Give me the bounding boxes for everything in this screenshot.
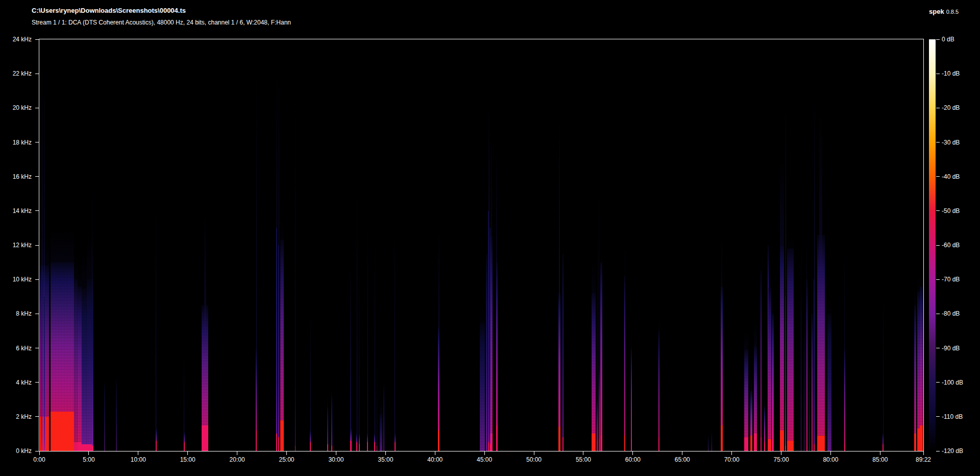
spectral-spike-body xyxy=(787,249,794,451)
spectral-spike-tail xyxy=(310,308,311,451)
spectral-spike-body xyxy=(801,297,801,451)
freq-tick xyxy=(35,279,39,280)
time-tick xyxy=(187,451,188,455)
db-tick-label: -70 dB xyxy=(942,276,960,282)
spectral-spike-body xyxy=(708,437,708,451)
db-tick-label: -100 dB xyxy=(942,379,963,386)
spectral-spike-body xyxy=(814,279,815,451)
spectral-spike-body xyxy=(488,211,489,451)
spectral-spike-base xyxy=(631,439,632,451)
spectral-spike-base xyxy=(883,444,884,451)
spectral-spike-body xyxy=(599,365,600,451)
spectral-spike-base xyxy=(256,431,257,451)
spectral-spike-base xyxy=(750,436,752,451)
spectral-spike-body xyxy=(817,235,825,451)
freq-tick xyxy=(35,74,39,74)
db-tick xyxy=(936,451,940,451)
spectral-spike-base xyxy=(754,434,757,451)
db-tick-label: -20 dB xyxy=(942,105,960,111)
spectral-spike-base xyxy=(914,434,916,451)
spectral-spike-body xyxy=(496,263,498,451)
freq-tick xyxy=(35,142,39,142)
spectral-spike-body xyxy=(761,271,762,451)
spectral-spike-tail xyxy=(883,276,884,451)
freq-tick-label: 8 kHz xyxy=(1,311,32,317)
time-tick xyxy=(682,451,682,455)
time-tick-label: 20:00 xyxy=(222,457,253,463)
spectral-spike-body xyxy=(491,236,493,451)
spectral-spike-body xyxy=(812,314,813,451)
db-tick-label: -120 dB xyxy=(942,448,963,454)
time-tick xyxy=(336,451,336,455)
spectral-spike-base xyxy=(817,436,825,451)
freq-tick xyxy=(35,39,39,40)
spectral-spike-base xyxy=(768,439,771,451)
spectral-spike-tail xyxy=(375,230,375,451)
db-tick xyxy=(936,74,940,74)
spectral-spike-body xyxy=(631,348,632,451)
time-tick-label: 89:22 xyxy=(908,457,939,463)
time-tick-label: 80:00 xyxy=(815,457,846,463)
db-tick-label: -10 dB xyxy=(942,70,960,77)
db-tick-label: -40 dB xyxy=(942,174,960,180)
spectral-spike-base xyxy=(761,437,762,451)
spectral-spike-tail xyxy=(395,220,395,451)
app-name: spek xyxy=(929,8,944,15)
spectral-spike-base xyxy=(202,425,208,451)
spectral-spike-base xyxy=(597,441,598,451)
db-tick xyxy=(936,279,940,280)
spectral-spike-body xyxy=(276,228,277,451)
freq-tick-label: 0 kHz xyxy=(1,448,32,454)
time-tick-label: 25:00 xyxy=(272,457,302,463)
freq-tick xyxy=(35,245,39,246)
time-tick-label: 40:00 xyxy=(420,457,450,463)
spectral-spike-body xyxy=(44,297,45,451)
spectral-spike-base xyxy=(92,446,93,451)
spectral-spike-base xyxy=(184,442,185,451)
freq-tick-label: 12 kHz xyxy=(1,242,32,248)
freq-tick xyxy=(35,416,39,417)
app-version: 0.8.5 xyxy=(946,9,959,15)
freq-tick xyxy=(35,382,39,383)
spectral-spike-base xyxy=(599,439,600,451)
time-tick-label: 50:00 xyxy=(519,457,549,463)
spectral-spike-body xyxy=(562,254,564,451)
spectral-spike-body xyxy=(768,288,771,451)
freq-tick xyxy=(35,176,39,177)
spectral-spike-base xyxy=(721,425,723,451)
time-tick xyxy=(237,451,237,455)
spectral-spike-body xyxy=(41,279,42,451)
time-tick xyxy=(385,451,386,455)
freq-tick-label: 10 kHz xyxy=(1,276,32,282)
spectral-spike-body xyxy=(806,279,807,451)
spectral-spike-base xyxy=(658,437,659,451)
spectral-spike-body xyxy=(809,365,810,451)
spectrogram-canvas xyxy=(39,39,923,451)
spectral-spike-base xyxy=(377,446,377,451)
spectral-spike-base xyxy=(844,444,845,451)
time-tick xyxy=(534,451,534,455)
spectral-spike-base xyxy=(764,442,765,451)
spectral-spike-body xyxy=(92,297,93,451)
time-tick-label: 60:00 xyxy=(618,457,648,463)
spectral-spike-base xyxy=(280,420,284,451)
time-tick-label: 10:00 xyxy=(123,457,154,463)
freq-tick-label: 4 kHz xyxy=(1,379,32,386)
db-tick-label: 0 dB xyxy=(942,36,954,42)
spectral-spike-body xyxy=(827,314,831,451)
spectral-spike-body xyxy=(785,297,786,451)
freq-tick-label: 24 kHz xyxy=(1,36,32,42)
spectral-spike-body xyxy=(592,293,596,451)
spectral-spike-base xyxy=(295,446,296,451)
spectral-spike-body xyxy=(712,434,712,451)
freq-tick-label: 6 kHz xyxy=(1,345,32,351)
time-tick-label: 55:00 xyxy=(568,457,599,463)
spectral-spike-tail xyxy=(359,263,359,451)
spectral-spike-body xyxy=(624,276,625,451)
db-tick xyxy=(936,210,940,211)
time-tick-label: 75:00 xyxy=(766,457,797,463)
time-tick-label: 65:00 xyxy=(667,457,698,463)
db-tick-label: -80 dB xyxy=(942,311,960,317)
time-tick-label: 35:00 xyxy=(370,457,401,463)
db-tick xyxy=(936,142,940,142)
